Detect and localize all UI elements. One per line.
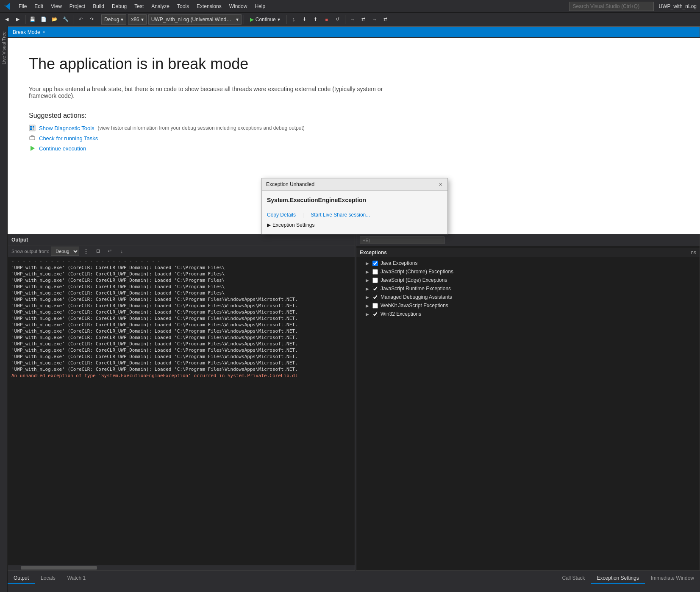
exception-popup-close-btn[interactable]: × [438,181,443,188]
exception-settings-panel: Exceptions ns ▶ Java Exceptions ▶ JavaSc… [356,234,700,571]
right-panel-tabs: Call Stack Exception Settings Immediate … [556,573,700,584]
output-clear-btn[interactable]: ⊟ [93,246,103,256]
exception-popup: Exception Unhandled × System.ExecutionEn… [261,178,448,234]
search-input[interactable] [569,2,654,11]
new-file-btn[interactable]: 📄 [39,14,49,25]
menu-analyze[interactable]: Analyze [148,2,173,11]
output-scroll-btn[interactable]: ↓ [117,246,127,256]
exc-checkbox-js-runtime[interactable] [372,286,378,292]
output-content[interactable]: - - - - - - - - - - - - - - - - - - - - … [8,257,355,565]
exception-settings-link[interactable]: ▶ Exception Settings [267,222,442,228]
platform-dropdown[interactable]: x86 ▾ [128,14,146,25]
undo-btn[interactable]: ↶ [75,14,86,25]
diagnostic-tools-link[interactable]: Show Diagnostic Tools [39,125,94,131]
menu-tools[interactable]: Tools [174,2,192,11]
menu-file[interactable]: File [15,2,30,11]
exceptions-subheader: ns [691,250,696,256]
menu-build[interactable]: Build [89,2,108,11]
exc-expander-webkit[interactable]: ▶ [365,303,370,308]
continue-button[interactable]: ▶ Continue ▾ [246,15,284,24]
exc-label-webkit: WebKit JavaScript Exceptions [381,303,448,309]
action-diagnostic-tools[interactable]: Show Diagnostic Tools (view historical i… [29,125,679,131]
exc-row-win32[interactable]: ▶ Win32 Exceptions [356,310,700,318]
svg-rect-3 [30,128,32,130]
output-line: 'UWP_with_nLog.exe' (CoreCLR: CoreCLR_UW… [8,341,355,347]
menu-window[interactable]: Window [226,2,251,11]
suggested-actions-label: Suggested actions: [29,112,679,120]
menu-test[interactable]: Test [131,2,147,11]
running-tasks-link[interactable]: Check for running Tasks [39,135,98,142]
tab-call-stack[interactable]: Call Stack [556,573,591,584]
play-icon [29,145,36,152]
exc-checkbox-webkit[interactable] [372,303,378,309]
output-filter-btn[interactable]: ⋮ [81,246,91,256]
tab-immediate-window[interactable]: Immediate Window [645,573,700,584]
tab-locals[interactable]: Locals [35,573,61,584]
forward-btn[interactable]: ▶ [13,14,23,25]
open-btn[interactable]: 📂 [50,14,60,25]
save-btn[interactable]: 💾 [28,14,38,25]
menu-view[interactable]: View [47,2,65,11]
menu-project[interactable]: Project [66,2,89,11]
menu-extensions[interactable]: Extensions [193,2,225,11]
exc-row-managed[interactable]: ▶ Managed Debugging Assistants [356,293,700,301]
nav-forward-btn[interactable]: → [347,14,358,25]
exc-label-js-runtime: JavaScript Runtime Exceptions [381,286,451,292]
exc-expander-js-chrome[interactable]: ▶ [365,269,370,274]
exc-checkbox-java[interactable] [372,261,378,266]
menu-debug[interactable]: Debug [108,2,130,11]
output-scrollbar-thumb[interactable] [21,566,97,570]
publish-btn[interactable]: 🔧 [61,14,71,25]
exc-checkbox-managed[interactable] [372,295,378,300]
menu-edit[interactable]: Edit [31,2,47,11]
exc-checkbox-win32[interactable] [372,311,378,317]
close-tab-btn[interactable]: × [43,30,45,34]
exc-row-js-runtime[interactable]: ▶ JavaScript Runtime Exceptions [356,284,700,293]
output-line: 'UWP_with_nLog.exe' (CoreCLR: CoreCLR_UW… [8,264,355,271]
output-word-wrap-btn[interactable]: ↵ [105,246,115,256]
exc-checkbox-js-edge[interactable] [372,278,378,283]
nav-back-btn[interactable]: ⇄ [358,14,369,25]
stop-btn[interactable]: ■ [322,14,332,25]
exception-actions: Copy Details | Start Live Share session.… [267,212,442,218]
exc-row-js-chrome[interactable]: ▶ JavaScript (Chrome) Exceptions [356,267,700,276]
step-into-btn[interactable]: ⬇ [300,14,310,25]
exc-row-java[interactable]: ▶ Java Exceptions [356,259,700,267]
action-continue-execution[interactable]: Continue execution [29,145,679,152]
separator-2 [73,15,73,24]
exc-checkbox-js-chrome[interactable] [372,269,378,275]
tab-watch1[interactable]: Watch 1 [61,573,92,584]
menu-help[interactable]: Help [251,2,269,11]
exc-expander-win32[interactable]: ▶ [365,311,370,317]
debug-mode-dropdown[interactable]: Debug ▾ [101,14,126,25]
restart-btn[interactable]: ↺ [333,14,343,25]
exception-popup-body: System.ExecutionEngineException Copy Det… [262,191,447,234]
step-over-btn[interactable]: ⤵ [289,14,299,25]
nav-fwd2-btn[interactable]: → [369,14,380,25]
exc-expander-js-edge[interactable]: ▶ [365,278,370,283]
copy-details-link[interactable]: Copy Details [267,212,296,218]
output-source-dropdown[interactable]: Debug [51,247,79,256]
action-running-tasks[interactable]: Check for running Tasks [29,135,679,142]
nav-bk2-btn[interactable]: ⇄ [381,14,391,25]
tab-exception-settings[interactable]: Exception Settings [591,573,645,584]
exc-expander-java[interactable]: ▶ [365,261,370,266]
break-mode-tab[interactable]: Break Mode × [8,26,700,37]
project-dropdown[interactable]: UWP_with_nLog (Universal Window... ▾ [148,14,242,25]
exc-expander-js-runtime[interactable]: ▶ [365,286,370,291]
exc-row-webkit[interactable]: ▶ WebKit JavaScript Exceptions [356,301,700,310]
exception-search-input[interactable] [360,236,444,244]
output-horizontal-scrollbar[interactable] [8,565,355,570]
separator-1 [25,15,25,24]
continue-execution-link[interactable]: Continue execution [39,145,86,152]
step-out-btn[interactable]: ⬆ [311,14,321,25]
redo-btn[interactable]: ↷ [86,14,97,25]
exc-row-js-edge[interactable]: ▶ JavaScript (Edge) Exceptions [356,276,700,284]
output-line: 'UWP_with_nLog.exe' (CoreCLR: CoreCLR_UW… [8,277,355,283]
back-btn[interactable]: ◀ [2,14,12,25]
exc-expander-managed[interactable]: ▶ [365,295,370,300]
live-share-link[interactable]: Start Live Share session... [311,212,370,218]
output-line: 'UWP_with_nLog.exe' (CoreCLR: CoreCLR_UW… [8,283,355,290]
tab-output[interactable]: Output [8,573,35,584]
svg-rect-2 [33,126,34,128]
